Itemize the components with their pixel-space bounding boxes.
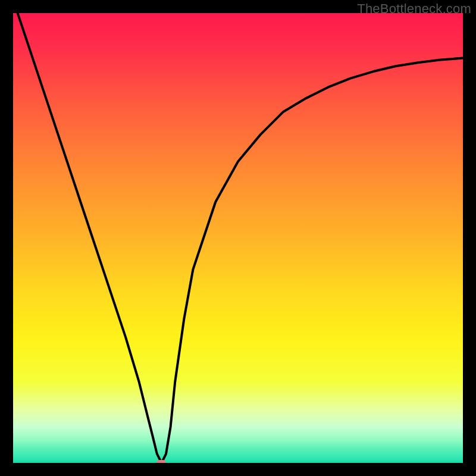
bottleneck-curve (13, 13, 463, 463)
plot-area (13, 13, 463, 463)
chart-frame: TheBottleneck.com (0, 0, 476, 476)
minimum-marker-icon (156, 460, 166, 463)
watermark-text: TheBottleneck.com (357, 1, 471, 17)
